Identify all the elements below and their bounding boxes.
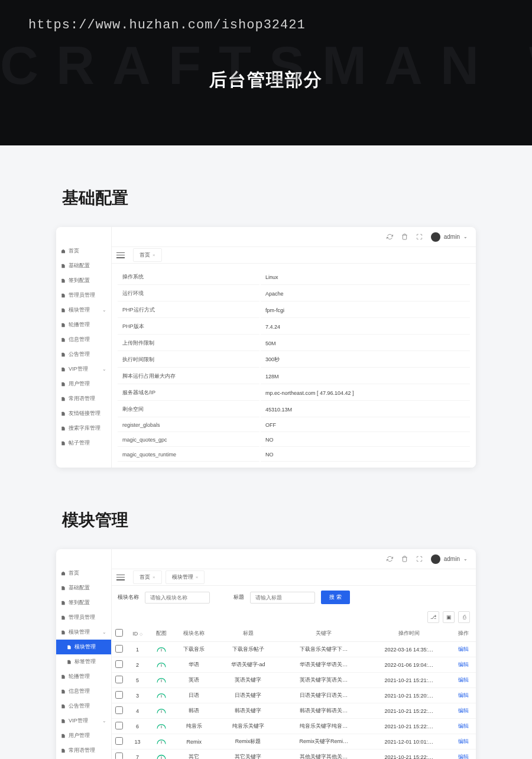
row-checkbox[interactable]: [115, 676, 123, 683]
tab[interactable]: 首页×: [133, 248, 162, 262]
sidebar-item[interactable]: 管理员管理: [56, 610, 111, 625]
search-button[interactable]: 搜 索: [321, 591, 350, 604]
sidebar-item[interactable]: 常用语管理: [56, 391, 111, 406]
sidebar-item[interactable]: 信息管理: [56, 332, 111, 347]
sidebar-item[interactable]: 签到配置: [56, 595, 111, 610]
close-icon[interactable]: ×: [153, 575, 155, 580]
row-checkbox[interactable]: [115, 691, 123, 699]
row-checkbox[interactable]: [115, 737, 123, 745]
sidebar-item[interactable]: 轮播管理: [56, 317, 111, 332]
sidebar-item[interactable]: 标签管理: [56, 654, 111, 669]
user-menu[interactable]: admin ⌄: [431, 232, 468, 242]
sidebar-item[interactable]: 签到配置: [56, 273, 111, 288]
file-icon: [61, 397, 66, 401]
column-header[interactable]: ID ◇: [126, 625, 149, 642]
sidebar-item-label: 首页: [69, 569, 79, 577]
column-header: 操作: [452, 625, 476, 642]
edit-link[interactable]: 编辑: [458, 646, 469, 652]
cell-title: 英语关键字: [215, 673, 281, 688]
sidebar-item[interactable]: 首页: [56, 566, 111, 580]
sidebar-item[interactable]: 基础配置: [56, 580, 111, 595]
refresh-icon[interactable]: [387, 233, 393, 240]
close-icon[interactable]: ×: [196, 575, 199, 580]
cell-image: [149, 688, 173, 703]
row-checkbox[interactable]: [115, 660, 123, 668]
sidebar-item-label: 公告管理: [69, 351, 90, 358]
cell-name: 英语: [173, 673, 215, 688]
sidebar-item[interactable]: 信息管理: [56, 684, 111, 699]
sidebar-item[interactable]: VIP管理⌄: [56, 713, 111, 728]
sidebar-item[interactable]: 首页: [56, 244, 111, 258]
gauge-icon: [156, 724, 167, 729]
edit-link[interactable]: 编辑: [458, 708, 469, 713]
print-button[interactable]: ⎙: [458, 611, 470, 623]
edit-link[interactable]: 编辑: [458, 677, 469, 683]
file-icon: [61, 704, 66, 709]
sidebar-item[interactable]: 用户管理: [56, 728, 111, 743]
gauge-icon: [156, 708, 167, 714]
cell-name: 其它: [173, 750, 215, 760]
columns-button[interactable]: ⎇: [427, 611, 439, 623]
sidebar-item[interactable]: 模块管理⌄: [56, 303, 111, 317]
cell-id: 2: [126, 657, 149, 673]
row-checkbox[interactable]: [115, 722, 123, 729]
edit-link[interactable]: 编辑: [458, 723, 469, 729]
gauge-icon: [156, 739, 167, 745]
sidebar-item[interactable]: VIP管理⌄: [56, 362, 111, 377]
refresh-icon[interactable]: [387, 556, 393, 562]
filter-title-input[interactable]: [250, 592, 315, 604]
chevron-icon: ⌄: [102, 718, 106, 724]
sidebar-item[interactable]: 帖子管理: [56, 436, 111, 450]
column-header: 关键字: [281, 625, 366, 642]
sidebar-item[interactable]: 用户管理: [56, 377, 111, 391]
table-row: 7其它其它关键字其他关键字其他关…2021-10-21 15:22:…编辑: [112, 750, 476, 760]
cell-title: 华语关键字-ad: [215, 657, 281, 673]
file-icon: [61, 601, 66, 605]
edit-link[interactable]: 编辑: [458, 661, 469, 667]
table-row: 1下载音乐下载音乐帖子下载音乐关键字下…2022-03-16 14:35:…编辑: [112, 642, 476, 657]
edit-link[interactable]: 编辑: [458, 692, 469, 698]
info-key: 执行时间限制: [118, 352, 259, 368]
trash-icon[interactable]: [401, 556, 408, 562]
edit-link[interactable]: 编辑: [458, 738, 469, 744]
trash-icon[interactable]: [401, 233, 408, 240]
row-checkbox[interactable]: [115, 752, 123, 759]
gauge-icon: [156, 693, 167, 699]
sidebar-item[interactable]: 基础配置: [56, 258, 111, 273]
sidebar-item-label: 签到配置: [69, 599, 90, 606]
sidebar-item[interactable]: 公告管理: [56, 347, 111, 362]
hero-banner: https://www.huzhan.com/ishop32421 CRAFTS…: [0, 0, 532, 145]
tab[interactable]: 首页×: [133, 570, 162, 584]
sidebar-item[interactable]: 友情链接管理: [56, 406, 111, 421]
chevron-down-icon: ⌄: [463, 234, 468, 239]
cell-name: 纯音乐: [173, 719, 215, 734]
tab[interactable]: 模块管理×: [166, 570, 205, 584]
user-menu[interactable]: admin ⌄: [431, 554, 468, 564]
sidebar-item[interactable]: 常用语管理: [56, 743, 111, 758]
close-icon[interactable]: ×: [153, 252, 155, 258]
select-all-checkbox[interactable]: [115, 629, 123, 637]
sidebar-item[interactable]: 模块管理: [56, 640, 111, 654]
sidebar-item-label: 信息管理: [69, 336, 90, 343]
sidebar-item-label: 基础配置: [69, 262, 90, 270]
info-row: 上传附件限制50M: [118, 336, 470, 351]
gauge-icon: [156, 754, 167, 760]
info-key: 脚本运行占用最大内存: [118, 369, 259, 384]
file-icon: [61, 382, 66, 387]
sidebar-item[interactable]: 模块管理⌄: [56, 625, 111, 640]
sidebar-item[interactable]: 搜索字库管理: [56, 421, 111, 436]
sidebar-item[interactable]: 公告管理: [56, 699, 111, 713]
menu-toggle-icon[interactable]: [116, 575, 125, 580]
export-button[interactable]: ▣: [443, 611, 455, 623]
info-row: magic_quotes_gpcNO: [118, 433, 470, 447]
row-checkbox[interactable]: [115, 645, 123, 653]
row-checkbox[interactable]: [115, 706, 123, 714]
sidebar-item[interactable]: 管理员管理: [56, 288, 111, 303]
fullscreen-icon[interactable]: [416, 233, 423, 240]
sidebar-item[interactable]: 轮播管理: [56, 669, 111, 684]
filter-name-input[interactable]: [145, 592, 210, 604]
fullscreen-icon[interactable]: [416, 556, 423, 562]
edit-link[interactable]: 编辑: [458, 754, 469, 759]
menu-toggle-icon[interactable]: [116, 252, 125, 258]
tab-label: 首页: [140, 573, 150, 581]
